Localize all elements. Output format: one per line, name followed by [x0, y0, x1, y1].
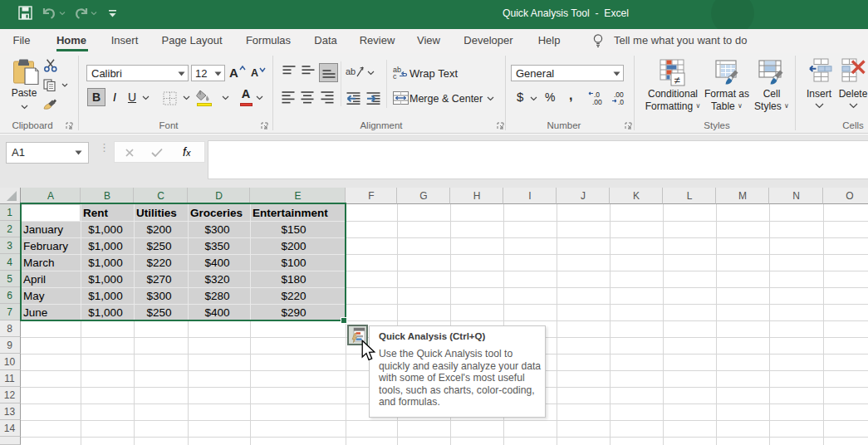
svg-text:.00: .00: [592, 98, 602, 106]
svg-text:c: c: [393, 72, 397, 80]
svg-text:≠: ≠: [674, 74, 680, 86]
svg-text:.0: .0: [618, 98, 624, 106]
svg-text:ab: ab: [346, 66, 356, 76]
